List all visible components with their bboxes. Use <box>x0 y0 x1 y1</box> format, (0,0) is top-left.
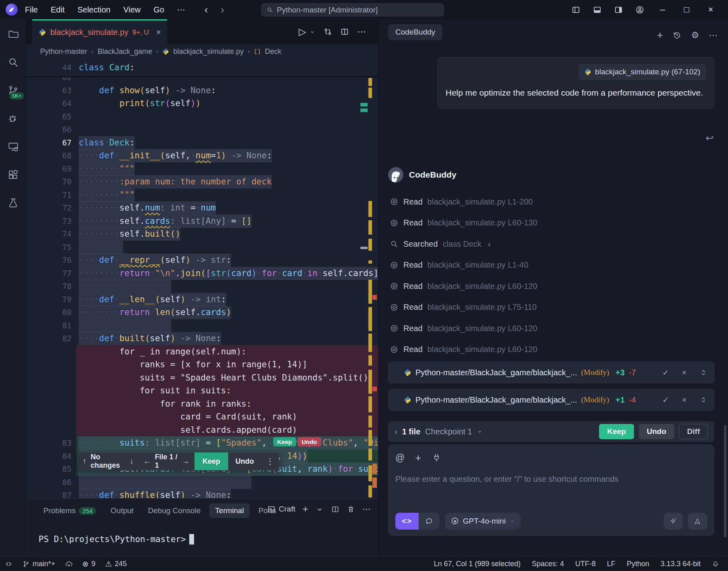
inline-keep-button[interactable]: Keep <box>273 437 296 446</box>
testing-icon[interactable] <box>7 197 19 209</box>
code-line[interactable]: 86 <box>27 476 378 489</box>
undo-button[interactable]: Undo <box>639 424 675 439</box>
craft-terminal-button[interactable]: Craft <box>267 505 295 514</box>
code-line-deleted[interactable]: ranks = [x for x in range(1, 14)] <box>27 358 378 371</box>
diff-button[interactable]: Diff <box>679 424 708 439</box>
menu-edit[interactable]: Edit <box>51 5 64 14</box>
code-line[interactable]: 69········""" <box>27 162 378 176</box>
file-change-card[interactable]: Python-master/BlackJack_game/blackjack_.… <box>388 362 714 383</box>
tool-call-read[interactable]: Readblackjack_simulate.py L60-120 <box>390 339 711 360</box>
keep-button[interactable]: Keep <box>599 424 634 439</box>
run-dropdown-icon[interactable] <box>309 29 315 35</box>
tab-codebuddy[interactable]: CodeBuddy <box>388 24 442 40</box>
reject-change-icon[interactable]: × <box>682 368 687 377</box>
tool-call-read[interactable]: Readblackjack_simulate.py L60-130 <box>390 213 711 234</box>
search-icon[interactable] <box>7 56 19 68</box>
checkpoint-name[interactable]: Checkpoint 1 <box>425 427 472 436</box>
status-main*+[interactable]: main*+ <box>22 560 55 568</box>
code-line[interactable]: 74········self.built() <box>27 227 378 241</box>
status-item[interactable]: Python <box>627 560 649 568</box>
toolbar-keep-button[interactable]: Keep <box>194 452 228 470</box>
code-line[interactable]: 83········suits: list[str]·=·["Spades", … <box>27 436 378 450</box>
menu-file[interactable]: File <box>25 5 38 14</box>
accept-change-icon[interactable]: ✓ <box>663 368 669 377</box>
code-line[interactable]: 82····def·built(self) -> None: <box>27 332 378 345</box>
tool-call-read[interactable]: Readblackjack_simulate.py L60-120 <box>390 276 711 297</box>
code-line[interactable]: 75 <box>27 241 378 254</box>
file-change-card[interactable]: Python-master/BlackJack_game/blackjack_.… <box>388 389 714 411</box>
sticky-scroll-line[interactable]: 44class Card: <box>27 59 378 77</box>
run-and-debug-icon[interactable] <box>7 113 19 125</box>
panel-tab-output[interactable]: Output <box>105 503 139 518</box>
code-line[interactable]: 81 <box>27 319 378 332</box>
toggle-secondary-sidebar-icon[interactable] <box>614 5 623 14</box>
bell-icon[interactable] <box>712 561 719 568</box>
mention-icon[interactable]: @ <box>395 452 405 463</box>
tab-close-icon[interactable]: × <box>156 28 161 37</box>
code-line[interactable]: 67class·Deck: <box>27 136 378 149</box>
split-editor-icon[interactable] <box>340 27 349 36</box>
code-line-deleted[interactable]: suits = "Spades Heart Clubs Diamonds".sp… <box>27 371 378 385</box>
code-line[interactable]: 73········self.cards: list[Any]·=·[] <box>27 215 378 228</box>
toolbar-undo-button[interactable]: Undo <box>228 457 261 466</box>
maximize-button[interactable]: □ <box>681 4 693 15</box>
minimize-button[interactable]: – <box>656 4 669 15</box>
code-line[interactable]: 66 <box>27 123 378 136</box>
code-line[interactable]: 64 print(str(self)) <box>27 97 378 110</box>
status-cloud[interactable] <box>65 560 73 568</box>
enhance-prompt-button[interactable] <box>664 513 683 530</box>
source-control-icon[interactable]: 1K+ <box>7 84 19 96</box>
status-item[interactable]: 3.13.3 64-bit <box>661 560 701 568</box>
panel-tab-debug-console[interactable]: Debug Console <box>142 503 206 518</box>
context-file-chip[interactable]: blackjack_simulate.py (67-102) <box>579 64 706 80</box>
expand-change-icon[interactable] <box>699 396 708 404</box>
command-search-box[interactable]: Python-master [Administrator] <box>261 3 444 16</box>
chat-scrollbar[interactable] <box>724 425 726 538</box>
kill-terminal-icon[interactable] <box>347 505 355 514</box>
toggle-panel-icon[interactable] <box>593 5 602 14</box>
remote-explorer-icon[interactable] <box>7 141 19 153</box>
code-line-deleted[interactable]: for _ in range(self.num): <box>27 345 378 358</box>
status-remote2[interactable] <box>5 560 12 568</box>
code-line[interactable]: 78 <box>27 280 378 293</box>
extensions-icon[interactable] <box>7 169 19 181</box>
tool-call-read[interactable]: Readblackjack_simulate.py L60-120 <box>390 318 711 339</box>
status-item[interactable]: Ln 67, Col 1 (989 selected) <box>434 560 521 568</box>
code-line-deleted[interactable]: for rank in ranks: <box>27 397 378 411</box>
code-line[interactable]: 68····def·__init__(self,·num=1) -> None: <box>27 149 378 162</box>
breadcrumb-item[interactable]: blackjack_simulate.py <box>173 47 243 56</box>
status-245[interactable]: ⚠245 <box>105 559 127 569</box>
overview-ruler[interactable] <box>359 19 378 498</box>
code-line[interactable]: 63 def show(self) -> None: <box>27 84 378 97</box>
menu-selection[interactable]: Selection <box>78 5 110 14</box>
app-logo-icon[interactable] <box>6 4 18 16</box>
code-line-deleted[interactable]: self.cards.append(card) <box>27 424 378 437</box>
code-line[interactable]: 65 <box>27 110 378 123</box>
prev-change-icon[interactable]: ↑ <box>83 457 87 466</box>
nav-forward-icon[interactable]: › <box>221 4 224 15</box>
menu-overflow[interactable]: ⋯ <box>177 5 185 14</box>
breadcrumb-item[interactable]: BlackJack_game <box>98 47 152 56</box>
terminal-prompt[interactable]: PS D:\projects\Python-master> <box>39 534 194 544</box>
explorer-icon[interactable] <box>7 28 19 40</box>
run-button[interactable]: ▷ <box>299 26 306 37</box>
nav-back-icon[interactable]: ‹ <box>204 4 208 15</box>
chat-more-icon[interactable]: ⋯ <box>709 29 718 41</box>
panel-tab-problems[interactable]: Problems254 <box>38 503 102 518</box>
attach-icon[interactable]: + <box>415 452 421 464</box>
code-line-deleted[interactable]: card = Card(suit, rank) <box>27 410 378 424</box>
breadcrumb-item[interactable]: Python-master <box>40 47 87 56</box>
prev-file-icon[interactable]: ← <box>143 457 151 466</box>
chat-input-box[interactable]: @ + Please enter a question, or enter "/… <box>388 444 714 536</box>
expand-change-icon[interactable] <box>699 368 708 377</box>
breadcrumb[interactable]: Python-master›BlackJack_game›blackjack_s… <box>27 44 378 59</box>
checkpoint-caret-icon[interactable] <box>477 429 483 434</box>
tool-call-read[interactable]: Readblackjack_simulate.py L75-110 <box>390 297 711 318</box>
tool-call-read[interactable]: Readblackjack_simulate.py L1-200 <box>390 191 711 213</box>
code-line[interactable]: 79····def·__len__(self) -> int: <box>27 293 378 306</box>
status-item[interactable]: UTF-8 <box>575 560 596 568</box>
tool-call-read[interactable]: Readblackjack_simulate.py L1-40 <box>390 255 711 276</box>
new-chat-icon[interactable]: + <box>657 29 663 41</box>
code-lines[interactable]: 6263 def show(self) -> None:64 print(str… <box>27 19 378 498</box>
open-changes-icon[interactable] <box>323 27 332 36</box>
